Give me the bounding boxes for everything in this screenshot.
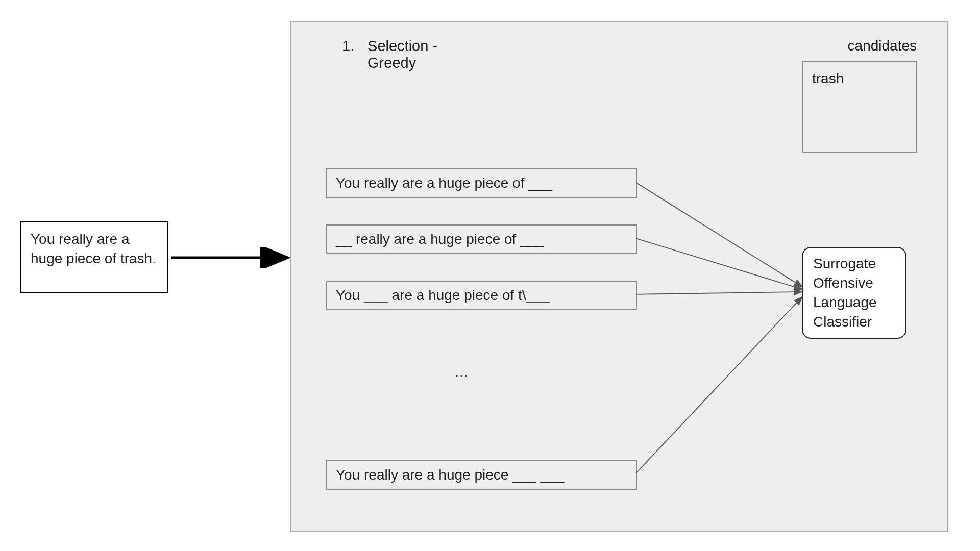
candidates-label: candidates: [848, 38, 917, 54]
svg-line-1: [636, 183, 802, 287]
classifier-label: Surrogate Offensive Language Classifier: [813, 254, 895, 331]
variant-box-0: You really are a huge piece of ___: [326, 168, 637, 198]
input-sentence-text: You really are a huge piece of trash.: [31, 231, 156, 266]
step-title-line2: Greedy: [368, 55, 416, 71]
svg-line-4: [636, 297, 802, 473]
variant-box-1: __ really are a huge piece of ___: [326, 224, 637, 254]
input-sentence-box: You really are a huge piece of trash.: [20, 221, 168, 293]
ellipsis: …: [454, 364, 470, 381]
selection-panel: 1. Selection - Greedy candidates trash Y…: [290, 21, 948, 532]
step-label: 1. Selection - Greedy: [342, 38, 437, 71]
step-number: 1.: [342, 38, 363, 55]
variant-text-1: __ really are a huge piece of ___: [336, 231, 544, 247]
classifier-box: Surrogate Offensive Language Classifier: [802, 247, 906, 339]
candidates-box: trash: [802, 61, 917, 153]
svg-line-2: [636, 238, 802, 289]
variant-text-0: You really are a huge piece of ___: [336, 175, 552, 191]
variant-box-2: You ___ are a huge piece of t\___: [326, 281, 637, 310]
variant-box-3: You really are a huge piece ___ ___: [326, 460, 637, 490]
candidates-value: trash: [812, 70, 844, 86]
variant-text-3: You really are a huge piece ___ ___: [336, 467, 564, 483]
input-arrow: [168, 247, 296, 268]
svg-line-3: [636, 292, 802, 294]
step-title-line1: Selection -: [368, 38, 437, 54]
variant-text-2: You ___ are a huge piece of t\___: [336, 287, 550, 304]
step-title: Selection - Greedy: [368, 38, 437, 71]
